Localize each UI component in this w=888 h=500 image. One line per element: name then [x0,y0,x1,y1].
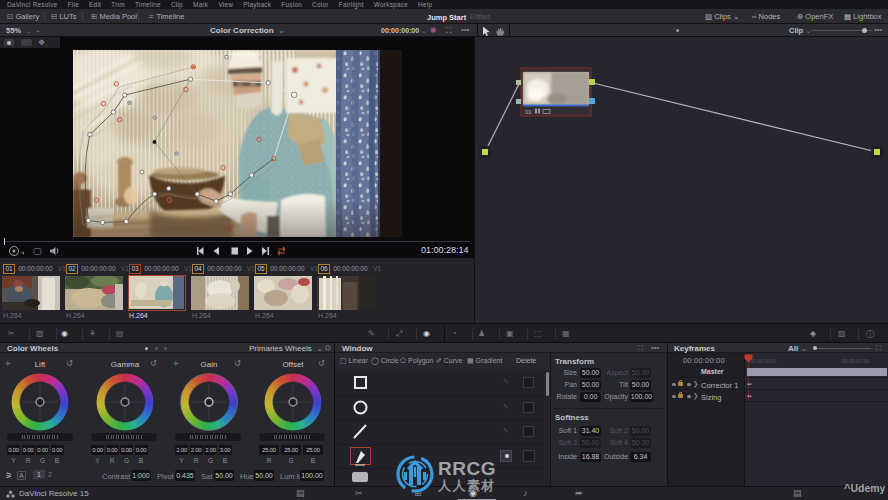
svg-text:人人素材: 人人素材 [437,478,496,493]
svg-text:01: 01 [525,109,532,115]
svg-text:RRCG: RRCG [438,458,496,479]
